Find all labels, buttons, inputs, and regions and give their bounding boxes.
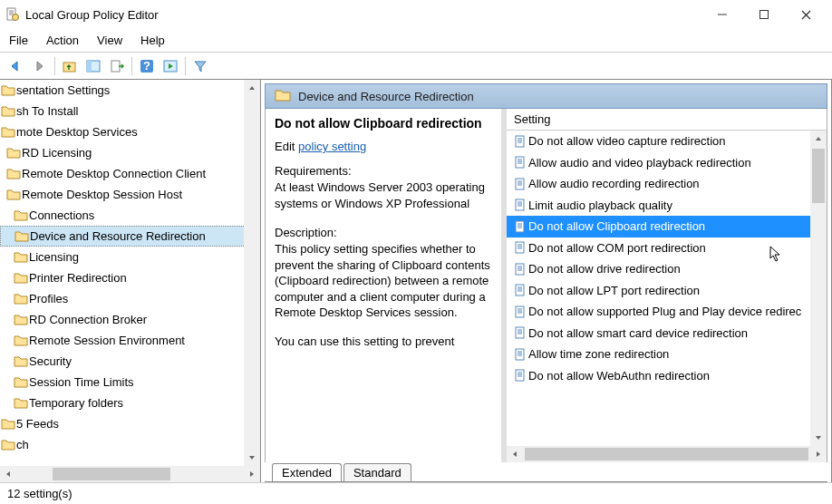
tree-item[interactable]: Session Time Limits xyxy=(0,372,260,393)
scroll-up-icon[interactable] xyxy=(810,131,827,147)
tree-item[interactable]: 5 Feeds xyxy=(0,413,260,434)
setting-row[interactable]: Do not allow LPT port redirection xyxy=(507,280,827,302)
scroll-down-icon[interactable] xyxy=(244,450,260,466)
forward-button[interactable] xyxy=(29,55,51,77)
settings-rows[interactable]: Do not allow video capture redirectionAl… xyxy=(507,131,827,446)
folder-icon xyxy=(13,376,29,389)
policy-icon xyxy=(512,326,528,339)
description-heading: Description: xyxy=(275,226,492,239)
tree-item[interactable]: Remote Desktop Connection Client xyxy=(0,163,260,184)
description-panel: Do not allow Clipboard redirection Edit … xyxy=(266,109,501,462)
tree-item[interactable]: ch xyxy=(0,434,260,455)
tree-item[interactable]: Connections xyxy=(0,205,260,226)
tab-extended[interactable]: Extended xyxy=(272,463,342,481)
tree-item[interactable]: Remote Session Environment xyxy=(0,330,260,351)
up-folder-button[interactable] xyxy=(59,55,81,77)
tree-item[interactable]: RD Licensing xyxy=(0,142,260,163)
tree-item[interactable]: Security xyxy=(0,351,260,372)
maximize-button[interactable] xyxy=(743,0,785,29)
tab-standard[interactable]: Standard xyxy=(343,463,411,481)
setting-label: Allow audio recording redirection xyxy=(528,177,700,190)
menu-view[interactable]: View xyxy=(97,34,122,47)
setting-row[interactable]: Do not allow supported Plug and Play dev… xyxy=(507,301,827,323)
app-icon xyxy=(5,7,20,22)
back-button[interactable] xyxy=(5,55,27,77)
setting-label: Do not allow WebAuthn redirection xyxy=(528,369,710,383)
svg-rect-36 xyxy=(516,242,524,253)
tree-item[interactable]: Temporary folders xyxy=(0,393,260,413)
title-bar: Local Group Policy Editor xyxy=(0,0,832,29)
menu-file[interactable]: File xyxy=(9,34,28,47)
settings-column-header[interactable]: Setting xyxy=(507,109,827,131)
tree-item[interactable]: sh To Install xyxy=(0,101,260,121)
help-button[interactable]: ? xyxy=(136,55,158,77)
tree-item[interactable]: Remote Desktop Session Host xyxy=(0,184,260,205)
scroll-left-icon[interactable] xyxy=(507,450,523,459)
policy-icon xyxy=(512,178,528,190)
scroll-down-icon[interactable] xyxy=(810,430,827,446)
folder-icon xyxy=(0,105,16,118)
tree-vertical-scrollbar[interactable] xyxy=(244,80,260,466)
status-bar: 12 setting(s) xyxy=(0,482,832,504)
edit-policy-link[interactable]: policy setting xyxy=(298,140,366,153)
show-hide-tree-button[interactable] xyxy=(82,55,104,77)
folder-icon xyxy=(5,168,22,180)
tree-item[interactable]: Device and Resource Redirection xyxy=(0,226,260,247)
main-content: sentation Settingssh To Installmote Desk… xyxy=(0,80,832,482)
setting-row[interactable]: Do not allow WebAuthn redirection xyxy=(507,365,827,387)
scroll-left-icon[interactable] xyxy=(0,470,16,479)
tree-item[interactable]: Printer Redirection xyxy=(0,267,260,288)
tree-item[interactable]: mote Desktop Services xyxy=(0,121,260,142)
menu-help[interactable]: Help xyxy=(140,34,165,47)
setting-row[interactable]: Allow time zone redirection xyxy=(507,344,827,365)
properties-button[interactable] xyxy=(160,55,181,77)
policy-icon xyxy=(512,263,528,276)
setting-row[interactable]: Limit audio playback quality xyxy=(507,195,827,217)
setting-row[interactable]: Do not allow COM port redirection xyxy=(507,237,827,259)
tree-item[interactable]: Profiles xyxy=(0,288,260,309)
tree-item[interactable]: RD Connection Broker xyxy=(0,309,260,330)
tree-item-label: mote Desktop Services xyxy=(16,125,138,139)
toolbar-separator xyxy=(131,57,132,75)
menu-bar: File Action View Help xyxy=(0,29,832,53)
window-title: Local Group Policy Editor xyxy=(25,8,701,22)
setting-row[interactable]: Allow audio and video playback redirecti… xyxy=(507,152,827,174)
menu-action[interactable]: Action xyxy=(46,34,79,47)
svg-rect-16 xyxy=(516,136,524,147)
tree-item[interactable]: sentation Settings xyxy=(0,80,260,101)
close-button[interactable] xyxy=(785,0,827,29)
setting-row[interactable]: Allow audio recording redirection xyxy=(507,173,827,195)
export-button[interactable] xyxy=(106,55,128,77)
svg-rect-44 xyxy=(516,285,524,296)
minimize-button[interactable] xyxy=(701,0,743,29)
scroll-thumb[interactable] xyxy=(812,149,825,203)
scroll-up-icon[interactable] xyxy=(244,80,260,96)
settings-horizontal-scrollbar[interactable] xyxy=(507,446,827,462)
tree-item-label: Licensing xyxy=(29,250,79,264)
folder-icon xyxy=(275,88,291,105)
setting-label: Allow time zone redirection xyxy=(528,347,669,361)
filter-button[interactable] xyxy=(189,55,211,77)
folder-icon xyxy=(13,251,29,264)
tree-body[interactable]: sentation Settingssh To Installmote Desk… xyxy=(0,80,260,466)
scroll-right-icon[interactable] xyxy=(244,470,260,479)
scroll-thumb[interactable] xyxy=(53,468,170,480)
settings-vertical-scrollbar[interactable] xyxy=(810,131,827,446)
setting-label: Do not allow Clipboard redirection xyxy=(528,219,705,233)
folder-header-title: Device and Resource Redirection xyxy=(298,90,474,103)
description-text: This policy setting specifies whether to… xyxy=(275,241,492,321)
policy-icon xyxy=(512,348,528,361)
tree-horizontal-scrollbar[interactable] xyxy=(0,466,260,482)
setting-row[interactable]: Do not allow Clipboard redirection xyxy=(507,216,827,237)
tab-extended-label: Extended xyxy=(282,466,332,480)
tree-item-label: Temporary folders xyxy=(29,396,123,410)
scroll-thumb[interactable] xyxy=(525,448,808,460)
tree-item[interactable]: Licensing xyxy=(0,247,260,267)
setting-row[interactable]: Do not allow smart card device redirecti… xyxy=(507,323,827,344)
svg-text:?: ? xyxy=(143,59,150,73)
folder-icon xyxy=(13,314,29,326)
setting-row[interactable]: Do not allow video capture redirection xyxy=(507,131,827,152)
setting-row[interactable]: Do not allow drive redirection xyxy=(507,258,827,280)
scroll-right-icon[interactable] xyxy=(810,450,827,459)
policy-icon xyxy=(512,241,528,254)
